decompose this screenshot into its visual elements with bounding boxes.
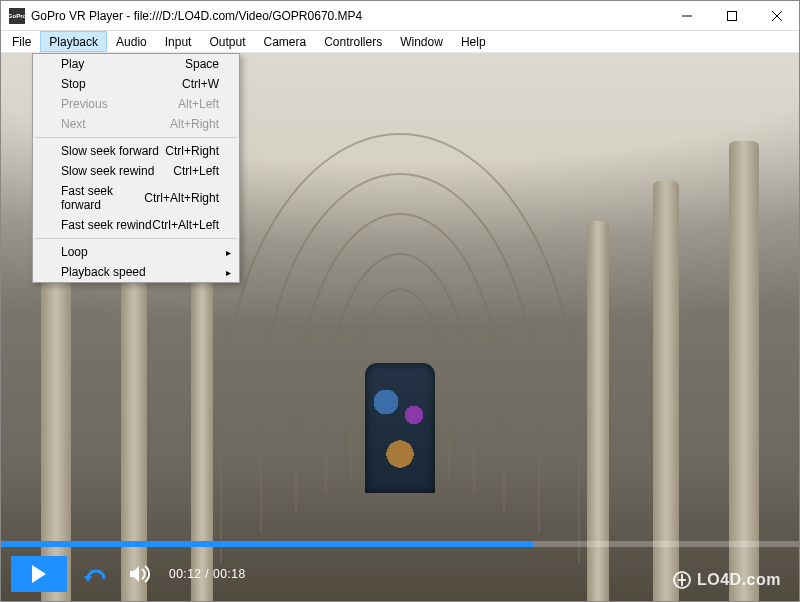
menu-item-shortcut: Space	[185, 57, 219, 71]
svg-rect-1	[727, 11, 736, 20]
chevron-right-icon: ▸	[226, 267, 231, 278]
menu-help[interactable]: Help	[452, 31, 495, 52]
menu-playback[interactable]: Playback	[40, 31, 107, 52]
menu-item-shortcut: Ctrl+Right	[165, 144, 219, 158]
menu-controllers[interactable]: Controllers	[315, 31, 391, 52]
menu-item-label: Slow seek forward	[61, 144, 159, 158]
menu-item-label: Previous	[61, 97, 108, 111]
menu-camera[interactable]: Camera	[254, 31, 315, 52]
menu-item-fast-seek-forward[interactable]: Fast seek forwardCtrl+Alt+Right	[33, 181, 239, 215]
menu-item-slow-seek-rewind[interactable]: Slow seek rewindCtrl+Left	[33, 161, 239, 181]
minimize-button[interactable]	[664, 1, 709, 30]
app-icon: GoPro	[9, 8, 25, 24]
app-window: GoPro GoPro VR Player - file:///D:/LO4D.…	[0, 0, 800, 602]
menu-item-shortcut: Ctrl+Alt+Right	[144, 191, 219, 205]
menubar: FilePlaybackAudioInputOutputCameraContro…	[1, 31, 799, 53]
menu-item-label: Fast seek forward	[61, 184, 144, 212]
volume-icon	[129, 564, 151, 584]
menu-item-shortcut: Alt+Left	[178, 97, 219, 111]
watermark: LO4D.com	[673, 571, 781, 589]
menu-item-label: Playback speed	[61, 265, 146, 279]
playback-menu-dropdown: PlaySpaceStopCtrl+WPreviousAlt+LeftNextA…	[32, 53, 240, 283]
menu-output[interactable]: Output	[200, 31, 254, 52]
menu-item-play[interactable]: PlaySpace	[33, 54, 239, 74]
minimize-icon	[682, 11, 692, 21]
volume-button[interactable]	[125, 559, 155, 589]
menu-item-loop[interactable]: Loop▸	[33, 242, 239, 262]
play-icon	[30, 564, 48, 584]
menu-item-fast-seek-rewind[interactable]: Fast seek rewindCtrl+Alt+Left	[33, 215, 239, 235]
menu-item-label: Play	[61, 57, 84, 71]
loop-button[interactable]	[81, 559, 111, 589]
menu-separator	[35, 137, 237, 138]
video-viewport[interactable]: PlaySpaceStopCtrl+WPreviousAlt+LeftNextA…	[1, 53, 799, 601]
globe-icon	[673, 571, 691, 589]
play-button[interactable]	[11, 556, 67, 592]
svg-marker-5	[84, 576, 92, 582]
chevron-right-icon: ▸	[226, 247, 231, 258]
menu-input[interactable]: Input	[156, 31, 201, 52]
menu-item-label: Slow seek rewind	[61, 164, 154, 178]
menu-item-label: Next	[61, 117, 86, 131]
menu-item-playback-speed[interactable]: Playback speed▸	[33, 262, 239, 282]
duration: 00:18	[213, 567, 246, 581]
close-button[interactable]	[754, 1, 799, 30]
window-title: GoPro VR Player - file:///D:/LO4D.com/Vi…	[31, 9, 664, 23]
menu-item-next: NextAlt+Right	[33, 114, 239, 134]
svg-marker-6	[130, 566, 139, 582]
menu-window[interactable]: Window	[391, 31, 452, 52]
maximize-button[interactable]	[709, 1, 754, 30]
menu-item-slow-seek-forward[interactable]: Slow seek forwardCtrl+Right	[33, 141, 239, 161]
menu-item-stop[interactable]: StopCtrl+W	[33, 74, 239, 94]
menu-audio[interactable]: Audio	[107, 31, 156, 52]
menu-file[interactable]: File	[3, 31, 40, 52]
loop-icon	[83, 564, 109, 584]
svg-marker-4	[32, 565, 46, 583]
menu-separator	[35, 238, 237, 239]
menu-item-shortcut: Ctrl+Alt+Left	[152, 218, 219, 232]
current-time: 00:12	[169, 567, 202, 581]
window-controls	[664, 1, 799, 30]
menu-item-label: Fast seek rewind	[61, 218, 152, 232]
menu-item-shortcut: Ctrl+W	[182, 77, 219, 91]
menu-item-label: Loop	[61, 245, 88, 259]
maximize-icon	[727, 11, 737, 21]
menu-item-label: Stop	[61, 77, 86, 91]
close-icon	[772, 11, 782, 21]
time-display: 00:12 / 00:18	[169, 567, 246, 581]
menu-item-previous: PreviousAlt+Left	[33, 94, 239, 114]
menu-item-shortcut: Ctrl+Left	[173, 164, 219, 178]
titlebar[interactable]: GoPro GoPro VR Player - file:///D:/LO4D.…	[1, 1, 799, 31]
watermark-text: LO4D.com	[697, 571, 781, 589]
menu-item-shortcut: Alt+Right	[170, 117, 219, 131]
